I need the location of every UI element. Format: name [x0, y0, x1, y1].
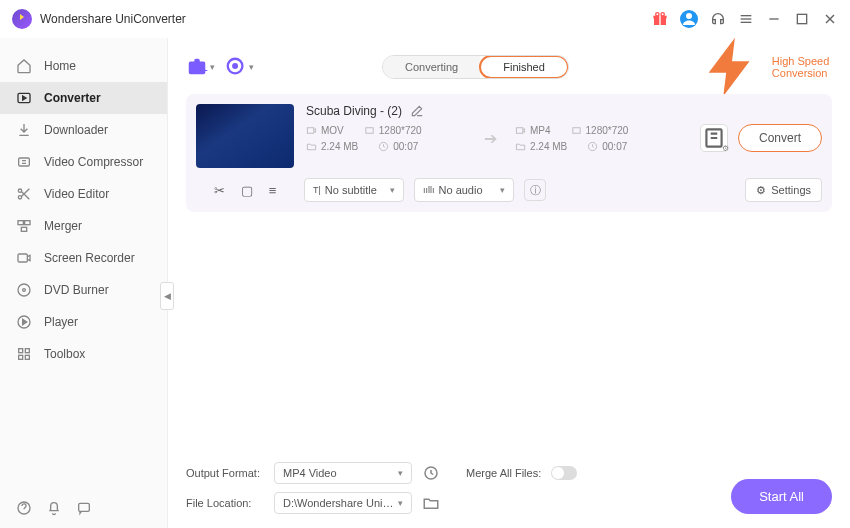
svg-text:+: +: [202, 64, 208, 76]
sidebar-item-downloader[interactable]: Downloader: [0, 114, 167, 146]
svg-point-15: [18, 189, 21, 192]
svg-point-4: [661, 13, 664, 16]
sidebar-label: Player: [44, 315, 78, 329]
resolution-icon: [364, 125, 375, 136]
dst-format: MP4: [530, 125, 551, 136]
svg-rect-19: [21, 227, 26, 231]
svg-point-22: [23, 289, 26, 292]
svg-rect-27: [25, 355, 29, 359]
svg-point-32: [233, 64, 237, 68]
dst-size: 2.24 MB: [530, 141, 567, 152]
maximize-icon[interactable]: [794, 11, 810, 27]
video-thumbnail[interactable]: [196, 104, 294, 168]
svg-point-3: [656, 13, 659, 16]
svg-rect-14: [19, 158, 30, 166]
crop-icon[interactable]: ▢: [241, 183, 253, 198]
effect-icon[interactable]: ≡: [269, 183, 277, 198]
trim-icon[interactable]: ✂: [214, 183, 225, 198]
merge-toggle[interactable]: [551, 466, 577, 480]
tab-group: Converting Finished: [382, 55, 569, 79]
file-location-dropdown[interactable]: D:\Wondershare UniConverter: [274, 492, 412, 514]
sidebar-label: Toolbox: [44, 347, 85, 361]
sidebar-item-toolbox[interactable]: Toolbox: [0, 338, 167, 370]
sidebar-label: Screen Recorder: [44, 251, 135, 265]
close-icon[interactable]: [822, 11, 838, 27]
svg-rect-34: [366, 127, 373, 133]
sidebar-item-merger[interactable]: Merger: [0, 210, 167, 242]
svg-rect-26: [19, 355, 23, 359]
file-title: Scuba Diving - (2): [306, 104, 402, 118]
home-icon: [16, 58, 32, 74]
feedback-icon[interactable]: [76, 500, 92, 516]
file-location-label: File Location:: [186, 497, 264, 509]
svg-rect-2: [659, 16, 660, 25]
sidebar-item-player[interactable]: Player: [0, 306, 167, 338]
merge-label: Merge All Files:: [466, 467, 541, 479]
svg-rect-10: [797, 14, 806, 23]
minimize-icon[interactable]: [766, 11, 782, 27]
high-speed-label: High Speed Conversion: [772, 55, 832, 79]
svg-rect-33: [307, 127, 313, 133]
recorder-icon: [16, 250, 32, 266]
gift-icon[interactable]: [652, 11, 668, 27]
output-settings-button[interactable]: [700, 124, 728, 152]
svg-point-21: [18, 284, 30, 296]
high-speed-toggle[interactable]: High Speed Conversion: [697, 32, 832, 102]
app-title: Wondershare UniConverter: [40, 12, 186, 26]
gpu-icon[interactable]: [422, 464, 440, 482]
output-format-label: Output Format:: [186, 467, 264, 479]
app-logo-icon: [12, 9, 32, 29]
resolution-icon: [571, 125, 582, 136]
sidebar-label: Video Editor: [44, 187, 109, 201]
svg-rect-24: [19, 349, 23, 353]
info-button[interactable]: ⓘ: [524, 179, 546, 201]
sidebar-label: Merger: [44, 219, 82, 233]
disc-icon: [16, 282, 32, 298]
svg-rect-20: [18, 254, 27, 262]
clock-icon: [378, 141, 389, 152]
sidebar-collapse-button[interactable]: ◀: [160, 282, 174, 310]
file-card: Scuba Diving - (2) MOV 1280*720 2.24 MB …: [186, 94, 832, 212]
add-dvd-button[interactable]: ▾: [225, 56, 254, 78]
svg-rect-36: [516, 127, 522, 133]
sidebar-item-dvd[interactable]: DVD Burner: [0, 274, 167, 306]
sidebar: Home Converter Downloader Video Compress…: [0, 38, 168, 528]
video-icon: [515, 125, 526, 136]
svg-rect-29: [79, 503, 90, 511]
edit-title-icon[interactable]: [410, 104, 424, 118]
output-format-dropdown[interactable]: MP4 Video: [274, 462, 412, 484]
menu-icon[interactable]: [738, 11, 754, 27]
tab-finished[interactable]: Finished: [479, 55, 569, 79]
src-resolution: 1280*720: [379, 125, 422, 136]
arrow-right-icon: ➔: [484, 129, 497, 148]
convert-button[interactable]: Convert: [738, 124, 822, 152]
add-file-button[interactable]: + ▾: [186, 56, 215, 78]
sidebar-item-editor[interactable]: Video Editor: [0, 178, 167, 210]
play-icon: [16, 314, 32, 330]
src-format: MOV: [321, 125, 344, 136]
sidebar-item-converter[interactable]: Converter: [0, 82, 167, 114]
svg-rect-37: [572, 127, 579, 133]
audio-dropdown[interactable]: ııllıNo audio: [414, 178, 514, 202]
settings-button[interactable]: ⚙Settings: [745, 178, 822, 202]
svg-point-5: [686, 13, 692, 19]
help-icon[interactable]: [16, 500, 32, 516]
converter-icon: [16, 90, 32, 106]
gear-icon: ⚙: [756, 184, 766, 197]
user-avatar-icon[interactable]: [680, 10, 698, 28]
bell-icon[interactable]: [46, 500, 62, 516]
tab-converting[interactable]: Converting: [383, 56, 480, 78]
sidebar-item-recorder[interactable]: Screen Recorder: [0, 242, 167, 274]
svg-rect-25: [25, 349, 29, 353]
folder-icon: [515, 141, 526, 152]
headset-icon[interactable]: [710, 11, 726, 27]
open-folder-icon[interactable]: [422, 494, 440, 512]
sidebar-label: Downloader: [44, 123, 108, 137]
scissors-icon: [16, 186, 32, 202]
start-all-button[interactable]: Start All: [731, 479, 832, 514]
sidebar-item-home[interactable]: Home: [0, 50, 167, 82]
sidebar-item-compressor[interactable]: Video Compressor: [0, 146, 167, 178]
compressor-icon: [16, 154, 32, 170]
subtitle-dropdown[interactable]: T|No subtitle: [304, 178, 404, 202]
download-icon: [16, 122, 32, 138]
